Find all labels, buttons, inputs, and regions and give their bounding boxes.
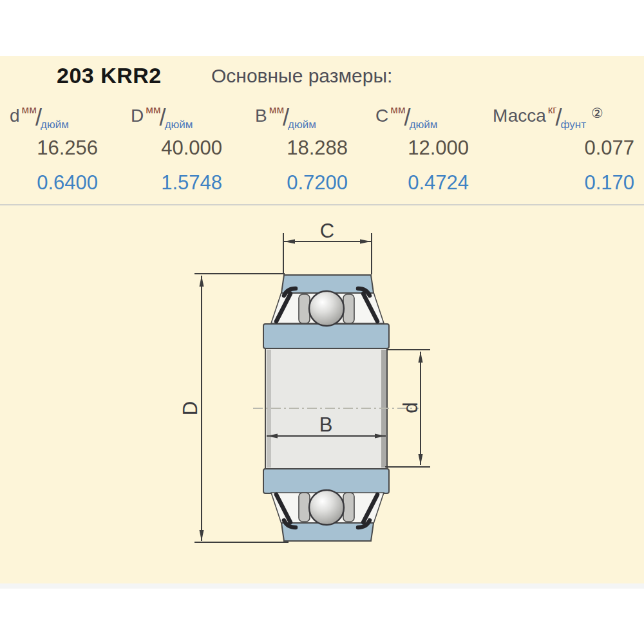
arrowhead — [200, 276, 204, 287]
column-header-B: Bмм/дюйм — [255, 104, 316, 131]
unit-mm: мм — [22, 104, 37, 116]
outer-ring-top — [263, 324, 389, 348]
value-B-inch: 0.7200 — [219, 171, 348, 194]
arrowhead — [200, 530, 204, 541]
bottom-divider-strip — [0, 583, 644, 589]
section-heading: Основные размеры: — [211, 65, 392, 87]
column-header-mass: Массакг/фунт② — [493, 104, 603, 131]
bottom-margin — [0, 589, 644, 644]
dim-letter: C — [375, 106, 388, 126]
value-D-inch: 1.5748 — [93, 171, 222, 194]
dim-label-D: D — [180, 401, 202, 415]
arrowhead — [419, 352, 423, 363]
dim-letter: d — [10, 106, 20, 126]
column-header-D: Dмм/дюйм — [131, 104, 193, 131]
dim-label-C: C — [320, 220, 334, 242]
arrowhead — [360, 240, 371, 244]
cage-bar — [299, 493, 310, 522]
cage-bar — [343, 493, 354, 522]
cage-bar — [299, 294, 310, 323]
unit-inch: дюйм — [410, 118, 438, 131]
unit-inch: дюйм — [288, 118, 316, 131]
value-C-mm: 12.000 — [340, 137, 469, 160]
page-title: 203 KRR2 — [57, 63, 162, 88]
value-mass-lb: 0.170 — [506, 171, 634, 194]
bearing-cross-section-drawing: C D B d — [180, 213, 451, 573]
unit-inch: дюйм — [41, 118, 69, 131]
footnote-2-icon: ② — [591, 106, 603, 120]
value-d-inch: 0.6400 — [0, 171, 98, 194]
unit-inch: дюйм — [165, 118, 193, 131]
bearing-ball-bottom — [309, 490, 344, 525]
section-divider — [0, 204, 644, 205]
arrowhead — [419, 454, 423, 465]
unit-lb: фунт — [560, 118, 585, 131]
unit-mm: мм — [146, 104, 160, 116]
value-D-mm: 40.000 — [93, 137, 222, 160]
column-header-d: dмм/дюйм — [10, 104, 69, 131]
value-C-inch: 0.4724 — [340, 171, 469, 194]
value-mass-kg: 0.077 — [506, 137, 634, 160]
bearing-ball-top — [309, 291, 344, 326]
unit-mm: мм — [269, 104, 284, 116]
arrowhead — [284, 240, 295, 244]
column-header-C: Cмм/дюйм — [375, 104, 437, 131]
dim-letter: D — [131, 106, 144, 126]
cage-bar — [343, 294, 354, 323]
value-d-mm: 16.256 — [0, 137, 98, 160]
catalog-page: 203 KRR2 Основные размеры: dмм/дюйм Dмм/… — [0, 0, 644, 644]
dim-label-d: d — [399, 402, 422, 413]
dim-letter: Масса — [493, 106, 546, 126]
dim-label-B: B — [319, 413, 333, 436]
top-margin — [0, 0, 644, 56]
value-B-mm: 18.288 — [219, 137, 348, 160]
unit-mm: мм — [390, 104, 405, 116]
dim-letter: B — [255, 106, 267, 126]
